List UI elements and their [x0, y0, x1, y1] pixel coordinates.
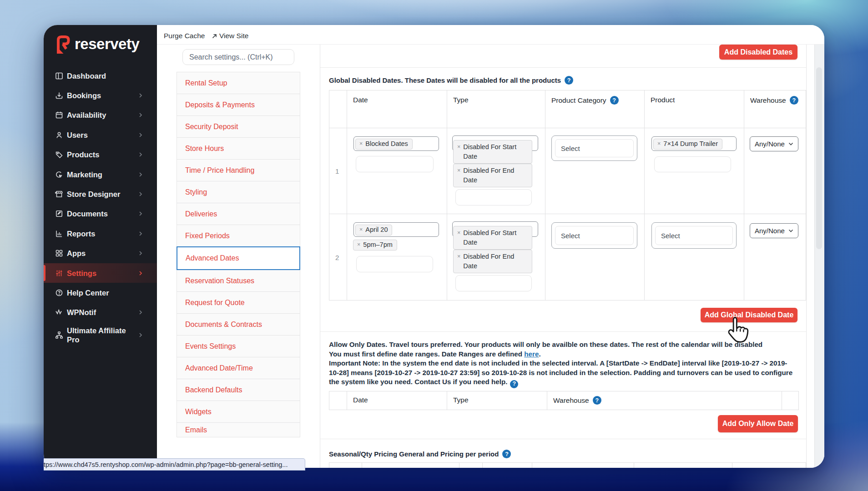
remove-tag-icon[interactable]: ×: [657, 140, 661, 148]
help-center-icon: [55, 288, 63, 297]
settings-item-documents-contracts[interactable]: Documents & Contracts: [177, 313, 300, 336]
external-link-icon: [212, 33, 217, 39]
chevron-right-icon: [138, 191, 143, 197]
remove-tag-icon[interactable]: ×: [359, 225, 363, 234]
sidebar-nav: Dashboard Bookings Availability Users Pr…: [44, 66, 157, 348]
sidebar-item-users[interactable]: Users: [44, 125, 157, 145]
sidebar-item-wpnotif[interactable]: WPNotif: [44, 303, 157, 322]
help-icon[interactable]: ?: [790, 96, 798, 105]
availability-icon: [55, 111, 63, 120]
settings-item-emails[interactable]: Emails: [177, 422, 300, 437]
settings-icon: [55, 269, 63, 277]
column-header-warehouse: Warehouse?: [553, 396, 601, 405]
sidebar-item-dashboard[interactable]: Dashboard: [44, 66, 157, 85]
chevron-down-icon: [788, 228, 794, 234]
marketing-icon: [55, 170, 63, 179]
sidebar-item-documents[interactable]: Documents: [44, 204, 157, 224]
type-input[interactable]: [455, 275, 532, 291]
help-icon[interactable]: ?: [502, 450, 511, 458]
settings-item-widgets[interactable]: Widgets: [177, 401, 300, 423]
selected-tag: ×7×14 Dump Trailer: [653, 139, 722, 150]
settings-item-advanced-dates[interactable]: Advanced Dates: [177, 246, 300, 270]
remove-tag-icon[interactable]: ×: [457, 166, 460, 175]
remove-tag-icon[interactable]: ×: [359, 140, 363, 148]
help-icon[interactable]: ?: [610, 96, 619, 105]
settings-item-deposits-payments[interactable]: Deposits & Payments: [177, 94, 300, 116]
table-column-divider: [459, 463, 459, 468]
sidebar-item-ultimate-affiliate-pro[interactable]: Ultimate Affiliate Pro: [44, 322, 157, 348]
product-category-select[interactable]: Select: [551, 222, 637, 249]
wpnotif-icon: [55, 308, 63, 317]
settings-item-store-hours[interactable]: Store Hours: [177, 137, 300, 160]
help-icon[interactable]: ?: [510, 380, 518, 388]
settings-item-backend-defaults[interactable]: Backend Defaults: [177, 379, 300, 401]
sidebar-item-help-center[interactable]: Help Center: [44, 283, 157, 302]
product-category-select[interactable]: Select: [551, 135, 637, 161]
sidebar-item-reports[interactable]: Reports: [44, 224, 157, 243]
settings-item-styling[interactable]: Styling: [177, 181, 300, 203]
sidebar-item-store-designer[interactable]: Store Designer: [44, 184, 157, 204]
table-column-divider: [347, 391, 347, 410]
dashboard-icon: [55, 71, 63, 80]
table-column-divider: [634, 463, 634, 468]
product-input[interactable]: [654, 156, 731, 172]
remove-tag-icon[interactable]: ×: [457, 142, 460, 152]
settings-menu: Rental Setup Deposits & Payments Securit…: [177, 72, 300, 437]
section-divider: [320, 67, 806, 68]
sidebar-item-marketing[interactable]: Marketing: [44, 165, 157, 184]
settings-item-rental-setup[interactable]: Rental Setup: [177, 72, 300, 94]
hand-cursor: [724, 316, 751, 344]
help-icon[interactable]: ?: [565, 76, 573, 85]
app-window: reservety Dashboard Bookings Availabilit…: [44, 25, 824, 468]
purge-cache-link[interactable]: Purge Cache: [164, 32, 205, 40]
column-header-product-category: Product Category?: [551, 96, 619, 105]
global-disabled-dates-heading: Global Disabled Dates. These Dates will …: [329, 76, 573, 85]
seasonal-pricing-heading: Seasonal/Qty Pricing General and Pricing…: [329, 450, 511, 458]
apps-icon: [55, 249, 63, 258]
view-site-link[interactable]: View Site: [212, 32, 248, 40]
settings-panel: Search settings... (Ctrl+K) Rental Setup…: [157, 45, 320, 468]
app-logo[interactable]: reservety: [55, 34, 139, 54]
sidebar-item-apps[interactable]: Apps: [44, 244, 157, 263]
remove-tag-icon[interactable]: ×: [357, 240, 360, 249]
users-icon: [55, 130, 63, 139]
settings-item-events-settings[interactable]: Events Settings: [177, 335, 300, 357]
settings-item-advanced-date-time[interactable]: Advanced Date/Time: [177, 357, 300, 379]
settings-item-request-for-quote[interactable]: Request for Quote: [177, 291, 300, 314]
seasonal-pricing-table: [329, 462, 806, 468]
warehouse-select[interactable]: Any/None: [750, 223, 798, 238]
allow-only-dates-text: Allow Only Dates. Travel tours preferred…: [329, 340, 807, 388]
settings-item-reservation-statuses[interactable]: Reservation Statuses: [177, 270, 300, 292]
section-divider: [320, 439, 806, 439]
product-select[interactable]: Select: [651, 222, 737, 249]
here-link[interactable]: here: [524, 350, 539, 358]
warehouse-select[interactable]: Any/None: [750, 136, 798, 151]
scrollbar-thumb[interactable]: [816, 67, 822, 249]
add-disabled-dates-button[interactable]: Add Disabled Dates: [719, 45, 797, 60]
settings-item-deliveries[interactable]: Deliveries: [177, 203, 300, 225]
chevron-down-icon: [788, 141, 794, 147]
remove-tag-icon[interactable]: ×: [457, 252, 460, 261]
settings-item-security-deposit[interactable]: Security Deposit: [177, 115, 300, 138]
column-header-product: Product: [651, 96, 675, 104]
date-input[interactable]: [356, 256, 433, 272]
settings-item-fixed-periods[interactable]: Fixed Periods: [177, 225, 300, 247]
remove-tag-icon[interactable]: ×: [457, 228, 460, 238]
chevron-right-icon: [138, 332, 143, 338]
add-only-allow-date-button[interactable]: Add Only Allow Date: [718, 415, 798, 432]
settings-item-time-price-handling[interactable]: Time / Price Handling: [177, 159, 300, 181]
selected-tag: ×Disabled For Start Date: [453, 226, 532, 250]
date-input[interactable]: [356, 156, 434, 172]
sidebar-item-products[interactable]: Products: [44, 145, 157, 165]
chevron-right-icon: [138, 112, 143, 118]
sidebar-item-availability[interactable]: Availability: [44, 105, 157, 125]
type-input[interactable]: [455, 189, 532, 205]
table-column-divider: [782, 391, 782, 410]
vertical-scrollbar[interactable]: [814, 45, 824, 468]
help-icon[interactable]: ?: [593, 396, 601, 405]
admin-topbar: Purge Cache View Site: [157, 25, 824, 45]
settings-search-input[interactable]: Search settings... (Ctrl+K): [182, 49, 294, 65]
table-column-divider: [362, 463, 362, 468]
sidebar-item-bookings[interactable]: Bookings: [44, 85, 157, 105]
sidebar-item-settings[interactable]: Settings: [44, 263, 157, 283]
